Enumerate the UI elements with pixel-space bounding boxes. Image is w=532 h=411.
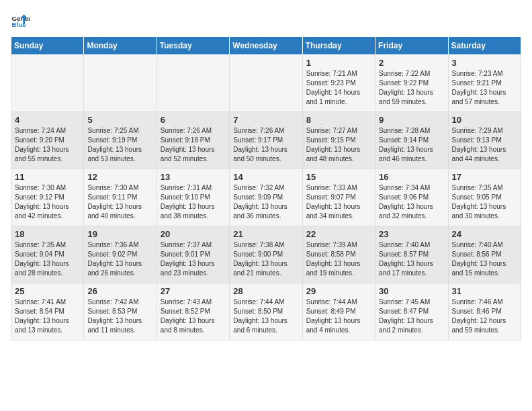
day-info: Sunrise: 7:43 AM Sunset: 8:52 PM Dayligh… — [161, 298, 226, 335]
calendar-cell: 29Sunrise: 7:44 AM Sunset: 8:49 PM Dayli… — [302, 283, 375, 340]
weekday-header-thursday: Thursday — [302, 37, 375, 55]
day-number: 7 — [233, 115, 298, 125]
day-number: 16 — [379, 172, 444, 182]
calendar-cell: 13Sunrise: 7:31 AM Sunset: 9:10 PM Dayli… — [157, 169, 229, 226]
day-number: 12 — [87, 172, 152, 182]
day-info: Sunrise: 7:35 AM Sunset: 9:04 PM Dayligh… — [15, 240, 80, 278]
calendar-cell: 16Sunrise: 7:34 AM Sunset: 9:06 PM Dayli… — [375, 169, 448, 226]
calendar-cell: 25Sunrise: 7:41 AM Sunset: 8:54 PM Dayli… — [11, 283, 84, 340]
calendar-table: SundayMondayTuesdayWednesdayThursdayFrid… — [11, 36, 521, 340]
day-number: 10 — [452, 115, 517, 125]
day-info: Sunrise: 7:45 AM Sunset: 8:47 PM Dayligh… — [379, 298, 444, 335]
calendar-cell: 22Sunrise: 7:39 AM Sunset: 8:58 PM Dayli… — [302, 226, 375, 283]
calendar-cell: 15Sunrise: 7:33 AM Sunset: 9:07 PM Dayli… — [302, 169, 375, 226]
calendar-cell — [230, 55, 302, 112]
day-info: Sunrise: 7:46 AM Sunset: 8:46 PM Dayligh… — [452, 298, 517, 335]
day-info: Sunrise: 7:40 AM Sunset: 8:56 PM Dayligh… — [452, 240, 517, 278]
day-number: 4 — [15, 115, 80, 125]
day-info: Sunrise: 7:34 AM Sunset: 9:06 PM Dayligh… — [379, 183, 444, 221]
calendar-cell: 5Sunrise: 7:25 AM Sunset: 9:19 PM Daylig… — [84, 112, 157, 169]
weekday-header-friday: Friday — [375, 37, 448, 55]
day-number: 19 — [87, 229, 152, 239]
day-info: Sunrise: 7:26 AM Sunset: 9:18 PM Dayligh… — [161, 126, 226, 164]
calendar-cell: 1Sunrise: 7:21 AM Sunset: 9:23 PM Daylig… — [302, 55, 375, 112]
day-info: Sunrise: 7:30 AM Sunset: 9:11 PM Dayligh… — [87, 183, 152, 221]
day-number: 13 — [161, 172, 226, 182]
day-number: 22 — [306, 229, 371, 239]
day-number: 3 — [452, 58, 517, 68]
calendar-cell — [157, 55, 229, 112]
day-info: Sunrise: 7:31 AM Sunset: 9:10 PM Dayligh… — [161, 183, 226, 221]
weekday-header-tuesday: Tuesday — [157, 37, 229, 55]
day-info: Sunrise: 7:30 AM Sunset: 9:12 PM Dayligh… — [15, 183, 80, 221]
calendar-cell: 31Sunrise: 7:46 AM Sunset: 8:46 PM Dayli… — [448, 283, 521, 340]
calendar-cell: 8Sunrise: 7:27 AM Sunset: 9:15 PM Daylig… — [302, 112, 375, 169]
calendar-cell: 7Sunrise: 7:26 AM Sunset: 9:17 PM Daylig… — [230, 112, 302, 169]
calendar-cell: 17Sunrise: 7:35 AM Sunset: 9:05 PM Dayli… — [448, 169, 521, 226]
day-number: 21 — [233, 229, 298, 239]
weekday-header-wednesday: Wednesday — [230, 37, 302, 55]
day-number: 20 — [161, 229, 226, 239]
calendar-cell: 18Sunrise: 7:35 AM Sunset: 9:04 PM Dayli… — [11, 226, 84, 283]
day-number: 23 — [379, 229, 444, 239]
day-number: 30 — [379, 286, 444, 296]
day-info: Sunrise: 7:39 AM Sunset: 8:58 PM Dayligh… — [306, 240, 371, 278]
day-info: Sunrise: 7:37 AM Sunset: 9:01 PM Dayligh… — [161, 240, 226, 278]
calendar-cell: 9Sunrise: 7:28 AM Sunset: 9:14 PM Daylig… — [375, 112, 448, 169]
calendar-cell: 30Sunrise: 7:45 AM Sunset: 8:47 PM Dayli… — [375, 283, 448, 340]
day-info: Sunrise: 7:36 AM Sunset: 9:02 PM Dayligh… — [87, 240, 152, 278]
day-number: 15 — [306, 172, 371, 182]
day-info: Sunrise: 7:38 AM Sunset: 9:00 PM Dayligh… — [233, 240, 298, 278]
day-number: 28 — [233, 286, 298, 296]
day-number: 11 — [15, 172, 80, 182]
day-number: 9 — [379, 115, 444, 125]
day-info: Sunrise: 7:40 AM Sunset: 8:57 PM Dayligh… — [379, 240, 444, 278]
day-info: Sunrise: 7:29 AM Sunset: 9:13 PM Dayligh… — [452, 126, 517, 164]
calendar-cell: 12Sunrise: 7:30 AM Sunset: 9:11 PM Dayli… — [84, 169, 157, 226]
calendar-cell: 24Sunrise: 7:40 AM Sunset: 8:56 PM Dayli… — [448, 226, 521, 283]
day-info: Sunrise: 7:41 AM Sunset: 8:54 PM Dayligh… — [15, 298, 80, 335]
page-header: General Blue — [11, 11, 521, 30]
calendar-cell: 6Sunrise: 7:26 AM Sunset: 9:18 PM Daylig… — [157, 112, 229, 169]
logo: General Blue — [11, 11, 30, 30]
calendar-cell: 4Sunrise: 7:24 AM Sunset: 9:20 PM Daylig… — [11, 112, 84, 169]
calendar-cell: 27Sunrise: 7:43 AM Sunset: 8:52 PM Dayli… — [157, 283, 229, 340]
calendar-cell: 26Sunrise: 7:42 AM Sunset: 8:53 PM Dayli… — [84, 283, 157, 340]
calendar-cell: 23Sunrise: 7:40 AM Sunset: 8:57 PM Dayli… — [375, 226, 448, 283]
day-number: 2 — [379, 58, 444, 68]
calendar-cell — [11, 55, 84, 112]
calendar-cell: 10Sunrise: 7:29 AM Sunset: 9:13 PM Dayli… — [448, 112, 521, 169]
day-number: 18 — [15, 229, 80, 239]
logo-icon: General Blue — [11, 11, 30, 30]
calendar-cell: 28Sunrise: 7:44 AM Sunset: 8:50 PM Dayli… — [230, 283, 302, 340]
day-info: Sunrise: 7:28 AM Sunset: 9:14 PM Dayligh… — [379, 126, 444, 164]
svg-text:Blue: Blue — [11, 21, 26, 28]
day-number: 25 — [15, 286, 80, 296]
day-info: Sunrise: 7:21 AM Sunset: 9:23 PM Dayligh… — [306, 69, 371, 107]
day-number: 29 — [306, 286, 371, 296]
day-info: Sunrise: 7:32 AM Sunset: 9:09 PM Dayligh… — [233, 183, 298, 221]
day-info: Sunrise: 7:44 AM Sunset: 8:49 PM Dayligh… — [306, 298, 371, 335]
day-info: Sunrise: 7:26 AM Sunset: 9:17 PM Dayligh… — [233, 126, 298, 164]
day-number: 6 — [161, 115, 226, 125]
weekday-header-sunday: Sunday — [11, 37, 84, 55]
day-number: 27 — [161, 286, 226, 296]
day-number: 8 — [306, 115, 371, 125]
day-number: 24 — [452, 229, 517, 239]
day-info: Sunrise: 7:44 AM Sunset: 8:50 PM Dayligh… — [233, 298, 298, 335]
calendar-cell: 2Sunrise: 7:22 AM Sunset: 9:22 PM Daylig… — [375, 55, 448, 112]
calendar-cell: 14Sunrise: 7:32 AM Sunset: 9:09 PM Dayli… — [230, 169, 302, 226]
day-info: Sunrise: 7:23 AM Sunset: 9:21 PM Dayligh… — [452, 69, 517, 107]
calendar-cell — [84, 55, 157, 112]
weekday-header-saturday: Saturday — [448, 37, 521, 55]
day-info: Sunrise: 7:22 AM Sunset: 9:22 PM Dayligh… — [379, 69, 444, 107]
day-number: 14 — [233, 172, 298, 182]
weekday-header-monday: Monday — [84, 37, 157, 55]
day-number: 31 — [452, 286, 517, 296]
day-number: 26 — [87, 286, 152, 296]
calendar-cell: 11Sunrise: 7:30 AM Sunset: 9:12 PM Dayli… — [11, 169, 84, 226]
day-number: 5 — [87, 115, 152, 125]
calendar-cell: 19Sunrise: 7:36 AM Sunset: 9:02 PM Dayli… — [84, 226, 157, 283]
day-info: Sunrise: 7:35 AM Sunset: 9:05 PM Dayligh… — [452, 183, 517, 221]
day-number: 1 — [306, 58, 371, 68]
